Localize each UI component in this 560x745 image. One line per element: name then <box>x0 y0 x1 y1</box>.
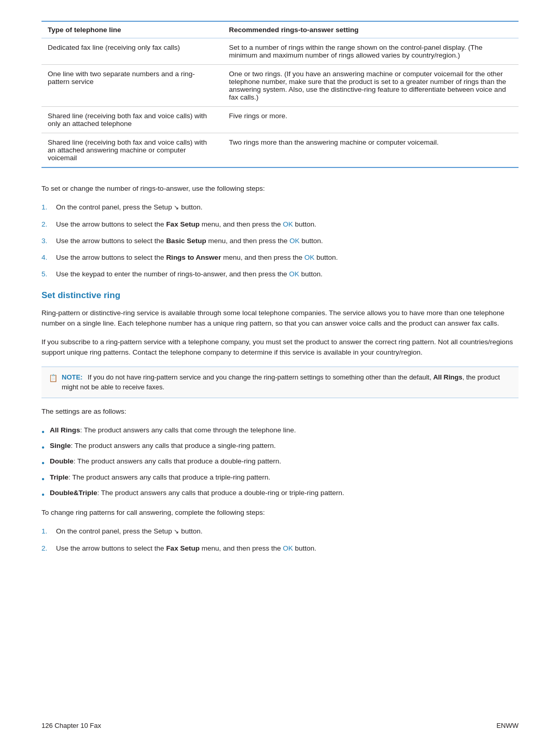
note-text: If you do not have ring-pattern service … <box>62 373 500 391</box>
bullet-item: ●All Rings: The product answers any call… <box>41 425 519 435</box>
step-item: 2.Use the arrow buttons to select the Fa… <box>41 219 519 230</box>
table-cell-type: One line with two separate numbers and a… <box>41 65 223 107</box>
bullet-text: Double: The product answers any calls th… <box>50 456 281 467</box>
page-footer: 126 Chapter 10 Fax ENWW <box>41 722 519 729</box>
step-text: Use the keypad to enter the number of ri… <box>56 269 519 279</box>
step-number: 4. <box>41 252 56 263</box>
step-number: 1. <box>41 202 56 213</box>
bullet-dot: ● <box>41 428 45 435</box>
bullet-text: Double&Triple: The product answers any c… <box>50 488 344 498</box>
table-cell-recommendation: Two rings more than the answering machin… <box>223 133 519 168</box>
step-item: 5.Use the keypad to enter the number of … <box>41 269 519 279</box>
setup-icon: ↘ <box>174 528 179 535</box>
note-label: NOTE: <box>62 373 82 381</box>
setup-icon: ↘ <box>174 204 179 211</box>
ok-text: OK <box>289 237 300 245</box>
step-item: 2.Use the arrow buttons to select the Fa… <box>41 543 519 554</box>
step-item: 1.On the control panel, press the Setup … <box>41 202 519 213</box>
note-box: 📋 NOTE: If you do not have ring-pattern … <box>41 367 519 398</box>
intro-text: To set or change the number of rings-to-… <box>41 184 519 194</box>
step-item: 1.On the control panel, press the Setup … <box>41 526 519 537</box>
footer-left: 126 Chapter 10 Fax <box>41 722 101 729</box>
bullet-text: Triple: The product answers any calls th… <box>50 472 270 483</box>
ok-text: OK <box>283 220 293 228</box>
bullet-dot: ● <box>41 475 45 483</box>
table-cell-type: Dedicated fax line (receiving only fax c… <box>41 38 223 65</box>
steps2-intro: To change ring patterns for call answeri… <box>41 508 519 518</box>
page-content: Type of telephone line Recommended rings… <box>41 21 519 554</box>
step-number: 2. <box>41 543 56 554</box>
para2: If you subscribe to a ring-pattern servi… <box>41 337 519 358</box>
step-text: Use the arrow buttons to select the Ring… <box>56 252 519 263</box>
table-row: Shared line (receiving both fax and voic… <box>41 107 519 133</box>
step-number: 1. <box>41 526 56 537</box>
rings-table: Type of telephone line Recommended rings… <box>41 21 519 168</box>
step-text: Use the arrow buttons to select the Fax … <box>56 543 519 554</box>
note-icon: 📋 <box>49 373 58 384</box>
table-cell-recommendation: Set to a number of rings within the rang… <box>223 38 519 65</box>
settings-intro: The settings are as follows: <box>41 406 519 417</box>
bullet-text: All Rings: The product answers any calls… <box>50 425 296 435</box>
bullet-item: ●Triple: The product answers any calls t… <box>41 472 519 483</box>
table-row: Dedicated fax line (receiving only fax c… <box>41 38 519 65</box>
step-number: 2. <box>41 219 56 230</box>
para1: Ring-pattern or distinctive-ring service… <box>41 308 519 329</box>
table-cell-type: Shared line (receiving both fax and voic… <box>41 133 223 168</box>
table-header-type: Type of telephone line <box>41 21 223 38</box>
step-text: On the control panel, press the Setup ↘ … <box>56 202 519 213</box>
step-item: 4.Use the arrow buttons to select the Ri… <box>41 252 519 263</box>
table-row: Shared line (receiving both fax and voic… <box>41 133 519 168</box>
table-cell-recommendation: One or two rings. (If you have an answer… <box>223 65 519 107</box>
step-number: 5. <box>41 269 56 279</box>
steps-list: 1.On the control panel, press the Setup … <box>41 202 519 279</box>
footer-right: ENWW <box>496 722 519 729</box>
steps2-list: 1.On the control panel, press the Setup … <box>41 526 519 554</box>
bullet-dot: ● <box>41 443 45 451</box>
step-text: On the control panel, press the Setup ↘ … <box>56 526 519 537</box>
bullet-text: Single: The product answers any calls th… <box>50 441 276 451</box>
step-text: Use the arrow buttons to select the Fax … <box>56 219 519 230</box>
ok-text: OK <box>283 544 293 552</box>
table-cell-type: Shared line (receiving both fax and voic… <box>41 107 223 133</box>
section-heading: Set distinctive ring <box>41 290 519 301</box>
step-text: Use the arrow buttons to select the Basi… <box>56 236 519 246</box>
table-row: One line with two separate numbers and a… <box>41 65 519 107</box>
ok-text: OK <box>289 270 300 278</box>
bullet-dot: ● <box>41 459 45 467</box>
bullet-item: ●Double: The product answers any calls t… <box>41 456 519 467</box>
bullet-item: ●Double&Triple: The product answers any … <box>41 488 519 498</box>
note-content: NOTE: If you do not have ring-pattern se… <box>62 372 511 392</box>
bullet-dot: ● <box>41 490 45 498</box>
bullet-item: ●Single: The product answers any calls t… <box>41 441 519 451</box>
table-cell-recommendation: Five rings or more. <box>223 107 519 133</box>
step-number: 3. <box>41 236 56 246</box>
table-header-recommendation: Recommended rings-to-answer setting <box>223 21 519 38</box>
ok-text: OK <box>304 254 315 261</box>
bullet-list: ●All Rings: The product answers any call… <box>41 425 519 498</box>
step-item: 3.Use the arrow buttons to select the Ba… <box>41 236 519 246</box>
